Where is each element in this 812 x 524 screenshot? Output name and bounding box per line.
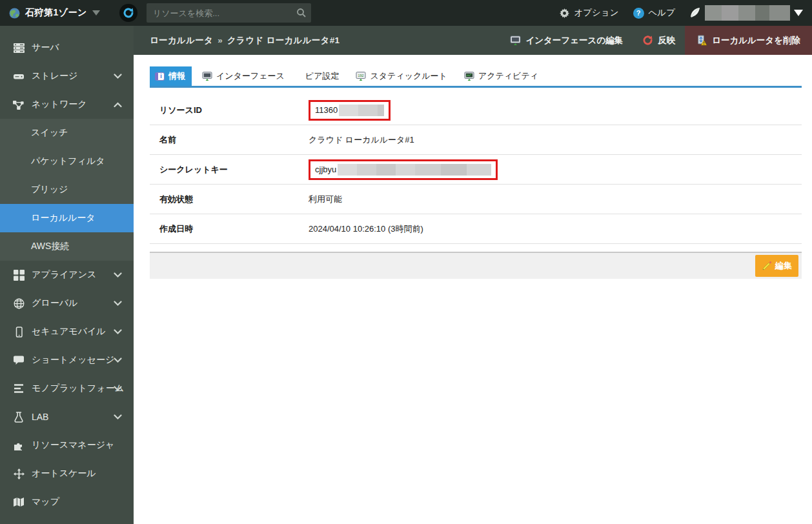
chevron-down-icon [92,10,100,15]
info-row-created-at: 作成日時2024/04/10 10:26:10 (3時間前) [150,214,802,244]
refresh-icon [123,7,134,19]
grid-icon [13,270,25,281]
route-monitor-icon: 192 [356,72,366,81]
sidebar-item-secure-mobile[interactable]: セキュアモバイル [0,317,134,346]
chevron-down-icon [112,301,123,307]
sidebar-item-label: モノプラットフォーム [32,383,124,394]
earth-icon [9,8,20,19]
search-icon [296,8,306,17]
puzzle-icon [13,440,25,451]
apply-refresh-icon [642,35,653,46]
info-table: リソースID11360名前クラウド ローカルルータ#1シークレットキーcjjby… [150,96,802,244]
info-row-label: リソースID [150,105,309,116]
zone-label: 石狩第1ゾーン [25,7,87,19]
tab-info[interactable]: i情報 [150,66,192,86]
sidebar-item-packet-filter[interactable]: パケットフィルタ [0,147,134,176]
activity-monitor-icon [464,72,474,81]
sidebar-item-label: パケットフィルタ [31,156,105,167]
tab-interface[interactable]: インターフェース [197,66,291,86]
sidebar-item-label: ブリッジ [31,184,68,196]
sidebar-item-aws-connect[interactable]: AWS接続 [0,232,134,261]
edit-button[interactable]: 編集 [755,255,798,277]
info-row-value: 2024/04/10 10:26:10 (3時間前) [309,223,423,235]
redacted-value [339,105,384,116]
sidebar-item-short-message[interactable]: ショートメッセージ [0,346,134,374]
help-button[interactable]: ? ヘルプ [633,7,675,19]
tab-label: 情報 [168,70,185,82]
main-content: i情報インターフェースピア設定192スタティックルートアクティビティ リソースI… [134,55,812,524]
globe-icon [13,298,25,309]
sidebar-item-label: LAB [32,412,48,422]
mobile-icon [13,327,25,338]
apply-button[interactable]: 反映 [633,26,685,55]
interface-edit-button[interactable]: インターフェースの編集 [500,26,633,55]
info-row-label: 作成日時 [150,223,309,235]
chevron-down-icon [112,358,123,363]
svg-text:192: 192 [358,73,364,77]
sidebar-item-label: マップ [32,496,59,508]
sidebar-item-label: ネットワーク [32,99,87,110]
chevron-down-icon [112,414,123,420]
annotation-red-box: 11360 [309,100,391,121]
options-button[interactable]: オプション [560,7,618,19]
account-menu[interactable] [689,5,803,21]
sidebar-item-label: AWS接続 [31,241,69,252]
tab-label: スタティックルート [370,70,447,82]
sidebar-item-label: セキュアモバイル [32,326,106,338]
edit-button-label: 編集 [775,260,792,272]
sidebar-item-autoscale[interactable]: オートスケール [0,459,134,488]
chevron-down-icon [794,10,803,16]
tab-label: アクティビティ [478,70,538,82]
zone-selector[interactable]: 石狩第1ゾーン [0,7,108,19]
info-row-name: 名前クラウド ローカルルータ#1 [150,125,802,155]
tab-static-route[interactable]: 192スタティックルート [350,66,453,86]
chevron-down-icon [112,386,123,392]
annotation-red-box: cjjbyu [309,159,498,180]
gear-icon [560,8,569,18]
sidebar-item-switch[interactable]: スイッチ [0,119,134,147]
breadcrumb-parent[interactable]: ローカルルータ [150,35,213,45]
sidebar-item-label: サーバ [32,42,59,54]
sidebar-item-lab[interactable]: LAB [0,403,134,431]
sidebar-item-bridge[interactable]: ブリッジ [0,176,134,204]
delete-warning-icon [696,35,707,46]
search-box [147,3,311,23]
sidebar-item-network[interactable]: ネットワーク [0,90,134,119]
value-text: 利用可能 [309,194,342,205]
sidebar-item-appliance[interactable]: アプライアンス [0,261,134,289]
sidebar-item-map[interactable]: マップ [0,488,134,516]
interface-edit-label: インターフェースの編集 [525,35,623,46]
sidebar-item-server[interactable]: サーバ [0,34,134,62]
tab-activity[interactable]: アクティビティ [459,66,545,86]
value-text: クラウド ローカルルータ#1 [309,134,414,146]
tab-peer[interactable]: ピア設定 [296,66,346,86]
tab-bar: i情報インターフェースピア設定192スタティックルートアクティビティ [150,66,802,88]
value-text: cjjbyu [315,165,336,174]
platform-icon [13,383,25,394]
sidebar-item-mono-platform[interactable]: モノプラットフォーム [0,374,134,403]
refresh-button[interactable] [119,4,137,22]
sidebar-item-global[interactable]: グローバル [0,289,134,317]
info-row-resource-id: リソースID11360 [150,96,802,125]
sidebar-item-label: スイッチ [31,127,68,139]
tab-label: インターフェース [216,70,285,82]
apply-label: 反映 [658,35,675,46]
info-row-value: 11360 [309,100,391,121]
value-text: 2024/04/10 10:26:10 (3時間前) [309,223,423,235]
interface-monitor-icon [510,35,521,46]
breadcrumb-separator: » [218,35,223,45]
info-row-label: 有効状態 [150,194,309,205]
chevron-up-icon [112,102,123,108]
delete-router-button[interactable]: ローカルルータを削除 [685,26,812,55]
table-footer: 編集 [150,252,802,279]
info-icon: i [155,72,165,81]
options-label: オプション [574,7,618,19]
help-icon: ? [633,8,644,19]
sidebar-item-local-router[interactable]: ローカルルータ [0,204,134,232]
chat-icon [13,355,25,366]
topbar: 石狩第1ゾーン オプション ? ヘルプ [0,0,812,26]
sidebar-item-resource-manager[interactable]: リソースマネージャ [0,431,134,459]
sidebar-item-storage[interactable]: ストレージ [0,62,134,90]
server-icon [13,43,25,54]
search-input[interactable] [147,3,311,23]
